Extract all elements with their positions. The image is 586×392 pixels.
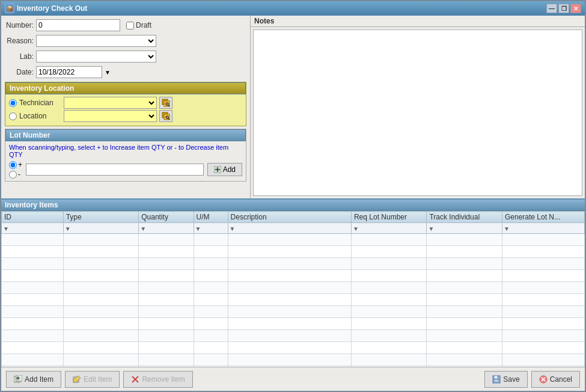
- col-req-lot: Req Lot Number: [351, 212, 427, 223]
- filter-description-icon[interactable]: ▼: [230, 225, 237, 233]
- lot-radio-group: + -: [9, 161, 22, 179]
- reason-select[interactable]: [36, 35, 156, 47]
- grid-body: [2, 234, 585, 367]
- column-header-row: ID Type Quantity U/M Description Req Lot…: [2, 212, 585, 223]
- svg-rect-21: [494, 379, 499, 382]
- notes-header: Notes: [251, 16, 585, 27]
- minus-radio[interactable]: [9, 171, 17, 179]
- col-quantity: Quantity: [139, 212, 194, 223]
- table-row: [2, 270, 585, 282]
- svg-rect-20: [494, 376, 498, 379]
- table-row: [2, 258, 585, 270]
- date-label: Date:: [5, 68, 34, 76]
- location-lookup-icon: [162, 112, 170, 120]
- draft-label: Draft: [126, 21, 151, 29]
- plus-radio[interactable]: [9, 161, 17, 169]
- inventory-items-section: Inventory Items ID Type Quantity U/M Des…: [1, 198, 585, 367]
- technician-select[interactable]: [64, 97, 157, 109]
- col-track-individual: Track Individual: [427, 212, 502, 223]
- cancel-icon: [539, 375, 548, 384]
- notes-textarea[interactable]: [253, 29, 582, 196]
- filter-quantity-icon[interactable]: ▼: [140, 225, 147, 233]
- filter-track-individual-icon[interactable]: ▼: [428, 225, 435, 233]
- filter-um: ▼: [194, 223, 228, 234]
- window-controls: — ❐ ✕: [546, 4, 581, 13]
- inventory-items-header: Inventory Items: [1, 200, 585, 211]
- filter-track-individual: ▼: [427, 223, 502, 234]
- table-row: [2, 330, 585, 342]
- technician-label: Technician: [19, 99, 61, 107]
- right-panel: Notes: [251, 16, 585, 198]
- lot-number-header: Lot Number: [5, 129, 246, 141]
- filter-id: ▼: [2, 223, 64, 234]
- filter-quantity: ▼: [139, 223, 194, 234]
- window-title: Inventory Check Out: [17, 4, 87, 13]
- location-select[interactable]: [64, 110, 157, 122]
- lot-number-section: Lot Number When scanning/typing, select …: [5, 129, 246, 182]
- location-lookup-button[interactable]: [159, 110, 172, 122]
- table-row: [2, 282, 585, 294]
- col-type: Type: [63, 212, 139, 223]
- close-button[interactable]: ✕: [570, 4, 581, 13]
- technician-lookup-icon: [162, 99, 170, 107]
- filter-type: ▼: [63, 223, 139, 234]
- filter-generate-lot-icon[interactable]: ▼: [504, 225, 511, 233]
- minimize-button[interactable]: —: [546, 4, 557, 13]
- filter-req-lot-icon[interactable]: ▼: [353, 225, 360, 233]
- filter-type-icon[interactable]: ▼: [65, 225, 72, 233]
- reason-row: Reason:: [5, 35, 246, 47]
- table-row: [2, 318, 585, 330]
- location-row: Location: [9, 110, 242, 122]
- restore-button[interactable]: ❐: [558, 4, 569, 13]
- reason-label: Reason:: [5, 37, 34, 45]
- inventory-items-table: ID Type Quantity U/M Description Req Lot…: [1, 211, 585, 367]
- filter-req-lot: ▼: [351, 223, 427, 234]
- edit-item-icon: [73, 375, 81, 384]
- date-row: Date: ▼: [5, 66, 246, 78]
- number-input[interactable]: [36, 19, 120, 31]
- location-label: Location: [19, 112, 61, 120]
- cancel-button[interactable]: Cancel: [531, 371, 580, 388]
- window-icon: 📦: [5, 4, 14, 13]
- inventory-location-header: Inventory Location: [5, 82, 246, 94]
- main-content: Number: Draft Reason: Lab:: [1, 16, 585, 391]
- remove-item-button[interactable]: Remove Item: [123, 371, 192, 388]
- save-button[interactable]: Save: [484, 371, 527, 388]
- left-panel: Number: Draft Reason: Lab:: [1, 16, 251, 198]
- draft-checkbox[interactable]: [126, 22, 134, 29]
- date-input[interactable]: [36, 66, 102, 78]
- col-generate-lot: Generate Lot N...: [502, 212, 584, 223]
- filter-generate-lot: ▼: [502, 223, 584, 234]
- date-dropdown-icon[interactable]: ▼: [105, 69, 111, 76]
- col-id: ID: [2, 212, 64, 223]
- filter-id-icon[interactable]: ▼: [3, 225, 10, 233]
- add-item-icon: [14, 375, 22, 384]
- location-radio[interactable]: [9, 112, 17, 120]
- lot-add-button[interactable]: Add: [207, 163, 242, 176]
- title-bar: 📦 Inventory Check Out — ❐ ✕: [1, 1, 585, 16]
- remove-item-icon: [131, 375, 139, 384]
- save-icon: [492, 375, 501, 384]
- lab-select[interactable]: [36, 51, 156, 63]
- add-icon: [214, 166, 221, 173]
- technician-lookup-button[interactable]: [159, 97, 172, 109]
- table-row: [2, 306, 585, 318]
- lab-label: Lab:: [5, 52, 34, 61]
- table-row: [2, 354, 585, 366]
- lot-row: + -: [9, 161, 242, 179]
- filter-description: ▼: [228, 223, 351, 234]
- lot-input[interactable]: [26, 164, 204, 176]
- top-area: Number: Draft Reason: Lab:: [1, 16, 585, 198]
- table-row: [2, 342, 585, 354]
- plus-radio-label: +: [9, 161, 22, 169]
- col-description: Description: [228, 212, 351, 223]
- bottom-bar: Add Item Edit Item Remove Item: [1, 367, 585, 391]
- edit-item-button[interactable]: Edit Item: [65, 371, 120, 388]
- lab-row: Lab:: [5, 51, 246, 63]
- add-item-button[interactable]: Add Item: [6, 371, 61, 388]
- number-row: Number: Draft: [5, 19, 246, 31]
- filter-um-icon[interactable]: ▼: [195, 225, 203, 233]
- technician-radio[interactable]: [9, 99, 17, 107]
- main-window: 📦 Inventory Check Out — ❐ ✕ Number: Draf…: [0, 0, 586, 392]
- lot-hint: When scanning/typing, select + to Increa…: [9, 144, 242, 158]
